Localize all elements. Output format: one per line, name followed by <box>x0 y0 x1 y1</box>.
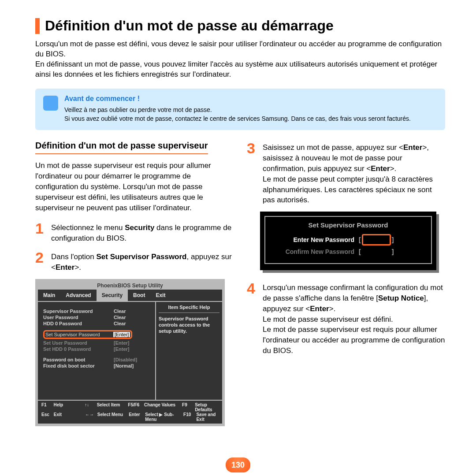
bios-row: Password on boot[Disabled] <box>43 357 151 363</box>
bios-screenshot: PhoenixBIOS Setup Utility Main Advanced … <box>35 279 225 426</box>
page-number-badge: 130 <box>226 457 250 472</box>
notice-body: Veillez à ne pas oublier ou perdre votre… <box>64 105 411 123</box>
page-title-row: Définition d'un mot de passe au démarrag… <box>35 18 445 34</box>
info-icon <box>43 96 58 111</box>
password-field <box>362 247 391 256</box>
step-text: Sélectionnez le menu Security dans le pr… <box>51 221 234 244</box>
password-dialog-title: Set Supervisor Password <box>271 221 426 229</box>
bios-row: Supervisor PasswordClear <box>43 308 151 314</box>
bios-row-highlight: Set Supervisor Password[Enter] <box>43 330 132 339</box>
intro-paragraph: Lorsqu'un mot de passe est défini, vous … <box>35 39 445 80</box>
step-2: 2 Dans l'option Set Supervisor Password,… <box>35 250 234 273</box>
bios-menu-exit: Exit <box>150 290 171 301</box>
step-number: 1 <box>35 221 47 244</box>
bios-left-pane: Supervisor PasswordClear User PasswordCl… <box>38 302 156 400</box>
password-row-confirm: Confirm New Password [] <box>271 246 426 257</box>
page-title: Définition d'un mot de passe au démarrag… <box>45 18 334 34</box>
title-accent-bar <box>35 18 40 34</box>
bios-utility-title: PhoenixBIOS Setup Utility <box>38 282 222 290</box>
step-3: 3 Saisissez un mot de passe, appuyez sur… <box>247 141 445 205</box>
bios-row: Fixed disk boot sector[Normal] <box>43 363 151 369</box>
step-number: 3 <box>247 141 258 205</box>
bios-menu-bar: Main Advanced Security Boot Exit <box>38 290 222 301</box>
section-heading: Définition d'un mot de passe superviseur <box>35 141 208 154</box>
bios-row: User PasswordClear <box>43 314 151 320</box>
step-text: Dans l'option Set Supervisor Password, a… <box>51 250 234 273</box>
supervisor-intro: Un mot de passe superviseur est requis p… <box>35 160 234 213</box>
notice-title: Avant de commencer ! <box>64 95 411 103</box>
bios-menu-advanced: Advanced <box>60 290 96 301</box>
bios-body: Supervisor PasswordClear User PasswordCl… <box>38 301 222 400</box>
bios-row: Set User Password[Enter] <box>43 340 151 346</box>
step-text: Lorsqu'un message confirmant la configur… <box>263 281 445 356</box>
bios-menu-main: Main <box>38 290 60 301</box>
bios-menu-boot: Boot <box>128 290 150 301</box>
right-column: 3 Saisissez un mot de passe, appuyez sur… <box>247 141 445 426</box>
notice-box: Avant de commencer ! Veillez à ne pas ou… <box>35 89 445 130</box>
bios-menu-security: Security <box>97 290 128 301</box>
left-column: Définition d'un mot de passe superviseur… <box>35 141 234 426</box>
password-field-highlight <box>362 234 391 245</box>
bios-row: HDD 0 PasswordClear <box>43 320 151 327</box>
bios-help-text: Supervisor Password controls access to t… <box>159 313 219 335</box>
password-dialog-inner: Set Supervisor Password Enter New Passwo… <box>264 216 432 264</box>
notice-content: Avant de commencer ! Veillez à ne pas ou… <box>64 95 411 123</box>
bios-row: Set HDD 0 Password[Enter] <box>43 346 151 352</box>
step-number: 4 <box>247 281 258 356</box>
password-row-enter: Enter New Password [] <box>271 233 426 246</box>
bios-window: Main Advanced Security Boot Exit Supervi… <box>38 290 222 424</box>
bios-footer: F1Help ↑↓Select Item F5/F6Change Values … <box>38 400 222 424</box>
step-number: 2 <box>35 250 47 273</box>
intro-line-2: En définissant un mot de passe, vous pou… <box>35 60 437 78</box>
intro-line-1: Lorsqu'un mot de passe est défini, vous … <box>35 40 442 58</box>
content-columns: Définition d'un mot de passe superviseur… <box>35 141 445 426</box>
bios-help-title: Item Specific Help <box>159 304 219 313</box>
bios-right-pane: Item Specific Help Supervisor Password c… <box>156 302 222 400</box>
step-1: 1 Sélectionnez le menu Security dans le … <box>35 221 234 244</box>
step-text: Saisissez un mot de passe, appuyez sur <… <box>263 141 445 205</box>
step-4: 4 Lorsqu'un message confirmant la config… <box>247 281 445 356</box>
password-dialog: Set Supervisor Password Enter New Passwo… <box>260 212 436 270</box>
